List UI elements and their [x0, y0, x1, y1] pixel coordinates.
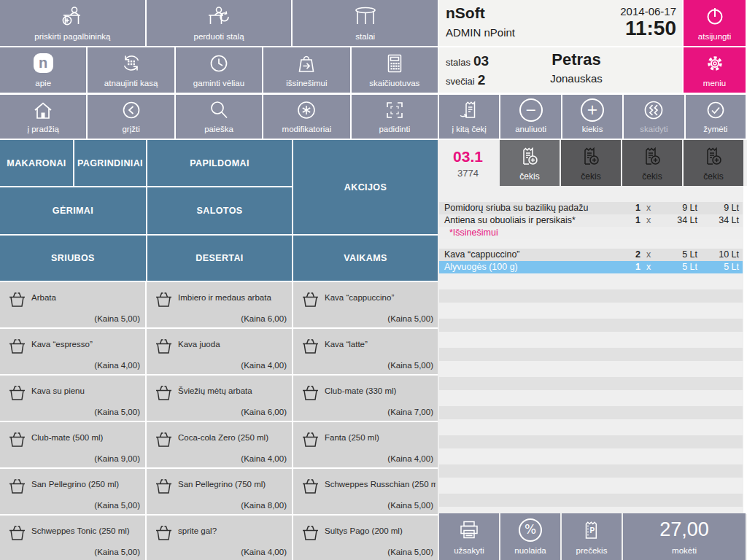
calculator-button[interactable]: skaičiuotuvas — [352, 47, 438, 93]
back-button[interactable]: grįžti — [88, 95, 174, 139]
pay-button[interactable]: 27,00 mokėti — [623, 513, 746, 560]
category-grid: MAKARONAI PAGRINDINIAI PAPILDOMAI AKCIJO… — [0, 140, 438, 281]
back-label: grįžti — [122, 125, 139, 139]
menu-button[interactable]: meniu — [684, 47, 746, 93]
search-label: paieška — [204, 125, 233, 139]
product-tile[interactable]: sprite gal?(Kaina 4,00) — [147, 516, 292, 560]
order-item-row-selected[interactable]: Alyvuogės (100 g) 1 x 5 Lt 5 Lt — [439, 261, 743, 273]
check-toolbar: į kitą čekį − anuliuoti + kiekis skaidyt… — [439, 95, 746, 139]
product-tile[interactable]: Kava “cappuccino”(Kaina 5,00) — [293, 282, 438, 327]
item-qty: 1 — [619, 202, 640, 214]
category-gerimai[interactable]: GĖRIMAI — [0, 187, 146, 234]
plus-glyph: + — [587, 103, 598, 117]
total-amount: 27,00 — [659, 518, 709, 541]
modifiers-icon — [263, 95, 349, 125]
product-tile[interactable]: Schweppes Tonic (250 ml)(Kaina 5,00) — [0, 516, 145, 560]
toolbar-nav: į pradžią grįžti paieška — [0, 95, 438, 139]
check-tab-4[interactable]: čekis — [684, 140, 743, 186]
percent-glyph: % — [525, 524, 536, 536]
home-button[interactable]: į pradžią — [0, 95, 86, 139]
search-button[interactable]: paieška — [176, 95, 262, 139]
assign-helper-button[interactable]: priskirti pagalbininką — [0, 0, 145, 46]
product-name: Schweppes Tonic (250 ml) — [31, 526, 142, 535]
check-tab-label: čekis — [642, 172, 662, 186]
basket-icon — [154, 384, 174, 402]
transfer-table-button[interactable]: perduoti stalą — [147, 0, 292, 46]
category-desertai[interactable]: DESERTAI — [147, 236, 292, 281]
order-button[interactable]: užsakyti — [439, 513, 499, 560]
discount-button[interactable]: % nuolaida — [500, 513, 560, 560]
split-button[interactable]: skaidyti — [624, 95, 684, 139]
check-tab-2[interactable]: čekis — [561, 140, 621, 186]
category-sriubos[interactable]: SRIUBOS — [0, 236, 146, 281]
modifiers-label: modifikatoriai — [282, 125, 332, 139]
product-name: San Pellegrino (750 ml) — [178, 480, 289, 489]
category-vaikams[interactable]: VAIKAMS — [293, 236, 438, 281]
mark-button[interactable]: žymėti — [686, 95, 746, 139]
item-name: Alyvuogės (100 g) — [439, 261, 619, 273]
product-tile[interactable]: Club-mate (330 ml)(Kaina 7,00) — [293, 376, 438, 421]
check-tab-1[interactable]: čekis — [500, 140, 560, 186]
product-price: (Kaina 5,00) — [94, 314, 140, 323]
product-price: (Kaina 5,00) — [387, 361, 433, 370]
assign-helper-icon — [0, 0, 145, 32]
product-tile[interactable]: Coca-cola Zero (250 ml)(Kaina 4,00) — [147, 422, 292, 467]
category-label: DESERTAI — [196, 253, 243, 263]
product-price: (Kaina 4,00) — [387, 454, 433, 463]
about-button[interactable]: n apie — [0, 47, 86, 93]
refresh-register-button[interactable]: atnaujinti kasą — [88, 47, 174, 93]
product-tile[interactable]: Fanta (250 ml)(Kaina 4,00) — [293, 422, 438, 467]
logout-button[interactable]: atsijungti — [684, 0, 746, 46]
category-salotos[interactable]: SALOTOS — [147, 187, 292, 234]
product-tile[interactable]: Kava “espresso”(Kaina 4,00) — [0, 329, 145, 374]
product-tile[interactable]: Imbiero ir medaus arbata(Kaina 6,00) — [147, 282, 292, 327]
product-tile[interactable]: Kava juoda(Kaina 4,00) — [147, 329, 292, 374]
product-tile[interactable]: San Pellegrino (250 ml)(Kaina 5,00) — [0, 469, 145, 514]
enlarge-button[interactable]: padidinti — [352, 95, 438, 139]
item-times: x — [640, 249, 657, 261]
product-tile[interactable]: Kava su pienu(Kaina 5,00) — [0, 376, 145, 421]
void-button[interactable]: − anuliuoti — [500, 95, 560, 139]
item-name: Kava “cappuccino” — [439, 249, 619, 261]
product-tile[interactable]: Šviežių mėtų arbata(Kaina 6,00) — [147, 376, 292, 421]
order-item-note[interactable]: *Išsinešimui — [439, 227, 743, 239]
tables-button[interactable]: stalai — [293, 0, 438, 46]
list-right-margin — [743, 186, 747, 514]
category-makaronai[interactable]: MAKARONAI — [0, 140, 73, 186]
quantity-button[interactable]: + kiekis — [562, 95, 622, 139]
cook-later-button[interactable]: gaminti vėliau — [176, 47, 262, 93]
item-total-price: 5 Lt — [697, 261, 743, 273]
order-item-row[interactable]: Antiena su obuoliais ir persikais* 1 x 3… — [439, 214, 743, 227]
about-label: apie — [35, 79, 51, 93]
guests-line: svečiai2 — [446, 72, 485, 88]
order-item-row[interactable]: Kava “cappuccino” 2 x 5 Lt 10 Lt — [439, 249, 743, 261]
category-pagrindiniai[interactable]: PAGRINDINIAI — [74, 140, 146, 186]
product-tile[interactable]: Sultys Pago (200 ml)(Kaina 5,00) — [293, 516, 438, 560]
item-qty: 1 — [619, 261, 640, 273]
order-item-row[interactable]: Pomidorų sriuba su bazilikų padažu 1 x 9… — [439, 202, 743, 214]
product-tile[interactable]: Arbata(Kaina 5,00) — [0, 282, 145, 327]
printer-icon — [439, 513, 499, 546]
product-tile[interactable]: Kava “latte”(Kaina 5,00) — [293, 329, 438, 374]
product-tile[interactable]: Club-mate (500 ml)(Kaina 9,00) — [0, 422, 145, 467]
logout-label: atsijungti — [698, 32, 731, 46]
basket-icon — [154, 431, 174, 448]
minus-glyph: − — [525, 103, 537, 117]
table-label: stalas — [446, 57, 471, 68]
modifiers-button[interactable]: modifikatoriai — [263, 95, 349, 139]
product-tile[interactable]: Schweppes Russchian (250 ml)(Kaina 5,00) — [293, 469, 438, 514]
item-total-price: 10 Lt — [697, 249, 743, 261]
product-name: Club-mate (500 ml) — [31, 433, 142, 442]
product-price: (Kaina 4,00) — [94, 361, 140, 370]
move-to-other-check-button[interactable]: į kitą čekį — [439, 95, 499, 139]
precheck-button[interactable]: P prečekis — [562, 513, 622, 560]
product-name: Kava su pienu — [31, 386, 142, 395]
product-tile[interactable]: San Pellegrino (750 ml)(Kaina 8,00) — [147, 469, 292, 514]
product-price: (Kaina 4,00) — [241, 454, 287, 463]
category-akcijos[interactable]: AKCIJOS — [293, 140, 438, 234]
basket-icon — [301, 291, 320, 308]
takeaway-button[interactable]: išsinešimui — [263, 47, 349, 93]
item-unit-price: 9 Lt — [657, 202, 697, 214]
check-tab-3[interactable]: čekis — [622, 140, 682, 186]
category-papildomai[interactable]: PAPILDOMAI — [147, 140, 292, 186]
